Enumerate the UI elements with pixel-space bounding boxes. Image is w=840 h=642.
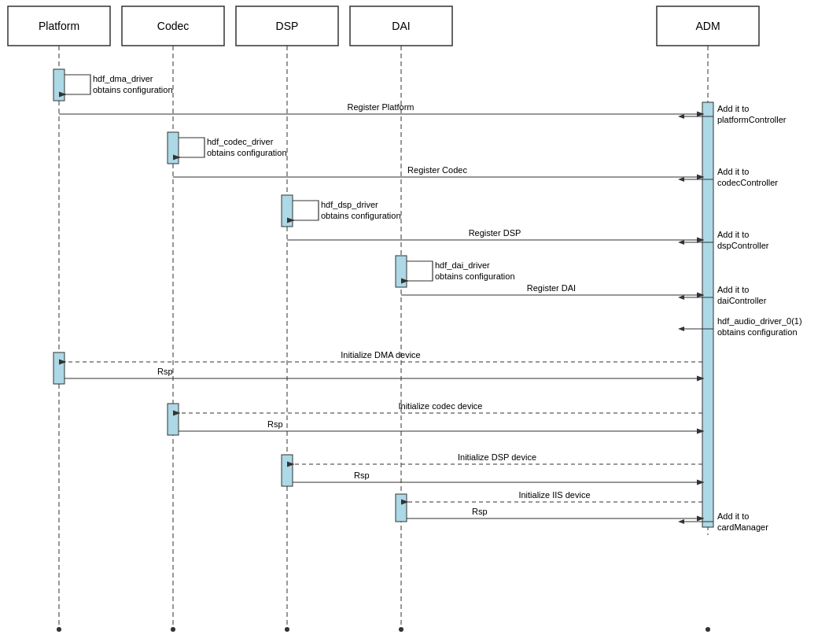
dot-dsp	[285, 627, 289, 632]
msg-dsp-self-label2: obtains configuration	[321, 211, 401, 220]
note-dai-controller2: daiController	[717, 296, 767, 305]
actor-adm-label: ADM	[695, 20, 720, 32]
msg-dai-self	[407, 261, 433, 281]
msg-codec-self	[179, 138, 204, 157]
note-codec-controller2: codecController	[717, 178, 778, 187]
actor-dsp-label: DSP	[276, 20, 299, 32]
codec-activation-1	[168, 132, 179, 164]
msg-codec-self-label: hdf_codec_driver	[207, 137, 274, 146]
msg-init-dsp-label: Initialize DSP device	[458, 452, 536, 462]
platform-activation-1	[53, 69, 64, 101]
actor-platform-label: Platform	[39, 20, 79, 32]
dsp-activation-2	[282, 455, 293, 486]
msg-dai-self-label: hdf_dai_driver	[435, 260, 490, 270]
dot-codec	[171, 627, 175, 632]
note-dsp-controller: Add it to	[717, 230, 749, 239]
note-dai-arrowhead	[678, 295, 684, 300]
msg-dsp-self	[293, 201, 319, 220]
note-audio-arrowhead	[678, 327, 684, 331]
msg-init-dma-label: Initialize DMA device	[341, 350, 421, 360]
msg-codec-self-label2: obtains configuration	[207, 148, 287, 157]
note-codec-controller: Add it to	[717, 167, 749, 176]
dot-adm	[706, 627, 710, 632]
note-card-arrowhead	[678, 519, 684, 524]
sequence-diagram: Platform Codec DSP DAI ADM	[0, 0, 840, 642]
actor-codec-label: Codec	[157, 20, 189, 32]
diagram-svg: Platform Codec DSP DAI ADM	[0, 0, 840, 642]
msg-register-codec-label: Register Codec	[407, 165, 467, 175]
note-platform-controller2: platformController	[717, 115, 787, 124]
dai-activation-2	[396, 494, 407, 522]
msg-dai-self-label2: obtains configuration	[435, 271, 515, 281]
platform-activation-2	[53, 352, 64, 384]
msg-init-codec-label: Initialize codec device	[398, 401, 482, 411]
dot-dai	[399, 627, 403, 632]
msg-register-platform-label: Register Platform	[348, 102, 414, 112]
adm-activation-bar	[702, 102, 713, 527]
msg-init-iis-label: Initialize IIS device	[518, 490, 590, 500]
dsp-activation-1	[282, 195, 293, 227]
note-platform-controller: Add it to	[717, 104, 749, 113]
codec-activation-2	[168, 404, 179, 435]
msg-rsp-dsp-label: Rsp	[354, 470, 370, 480]
note-dsp-controller2: dspController	[717, 241, 769, 250]
note-card-manager2: cardManager	[717, 522, 768, 532]
note-dsp-arrowhead	[678, 240, 684, 245]
dot-platform	[57, 627, 61, 632]
note-card-manager: Add it to	[717, 511, 749, 521]
msg-register-dai-label: Register DAI	[527, 283, 576, 293]
msg-register-dsp-label: Register DSP	[469, 228, 521, 238]
note-audio-driver2: obtains configuration	[717, 327, 798, 337]
msg-platform-self	[64, 75, 90, 94]
msg-dsp-self-label: hdf_dsp_driver	[321, 200, 378, 209]
dai-activation-1	[396, 256, 407, 287]
note-dai-controller: Add it to	[717, 285, 749, 294]
note-platform-arrowhead	[678, 114, 684, 119]
msg-rsp-codec-label: Rsp	[267, 419, 283, 429]
note-codec-arrowhead	[678, 177, 684, 182]
actor-dai-label: DAI	[392, 20, 410, 32]
msg-rsp-dai-label: Rsp	[472, 507, 488, 516]
msg-rsp-platform-label: Rsp	[157, 367, 173, 376]
msg-platform-self-label: hdf_dma_driver	[93, 74, 153, 83]
msg-platform-self-label2: obtains configuration	[93, 85, 173, 94]
note-audio-driver: hdf_audio_driver_0(1)	[717, 316, 802, 326]
